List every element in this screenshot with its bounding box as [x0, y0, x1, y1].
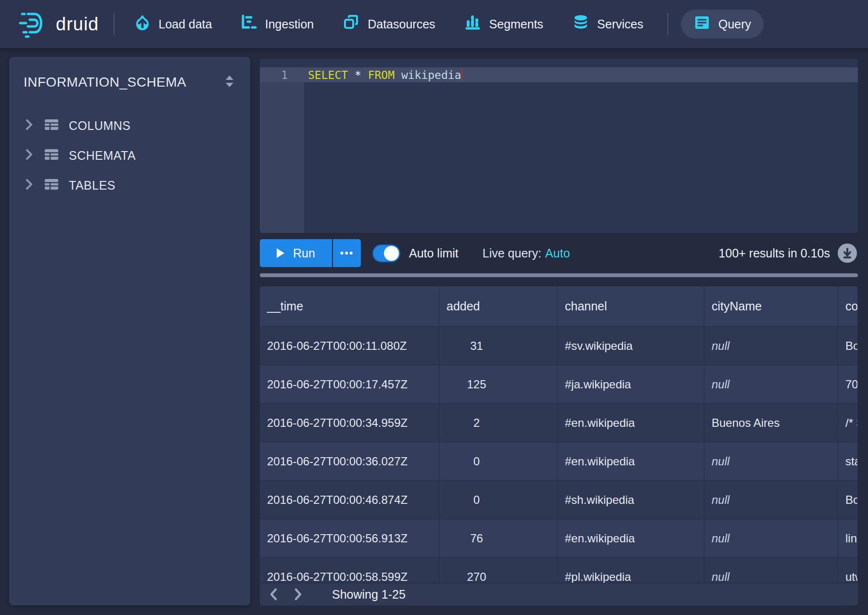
navbar-divider — [114, 13, 115, 35]
pagination-bar: Showing 1-25 — [260, 583, 858, 605]
toggle-knob — [384, 246, 399, 261]
schema-selector[interactable]: INFORMATION_SCHEMA — [9, 57, 250, 90]
cell-cityname[interactable]: null — [704, 519, 838, 558]
cell-time[interactable]: 2016-06-27T00:00:34.959Z — [260, 404, 439, 442]
schema-tree: COLUMNS SCHEMATA — [9, 111, 250, 200]
cell-channel[interactable]: #en.wikipedia — [558, 519, 704, 558]
cell-cityname[interactable]: Buenos Aires — [704, 404, 838, 442]
results-table-body: 2016-06-27T00:00:11.080Z 31 #sv.wikipedi… — [260, 327, 858, 596]
run-button[interactable]: Run — [260, 239, 332, 267]
tree-item-label: COLUMNS — [69, 119, 131, 133]
table-row: 2016-06-27T00:00:34.959Z 2 #en.wikipedia… — [260, 404, 858, 442]
cell-added[interactable]: 2 — [439, 404, 558, 442]
live-query-control[interactable]: Live query:Auto — [483, 246, 570, 260]
nav-item-query[interactable]: Query — [681, 10, 764, 38]
navbar-divider-right — [667, 13, 668, 35]
cell-comment[interactable]: sta — [838, 442, 858, 481]
schema-sidebar: INFORMATION_SCHEMA COLUMNS — [9, 57, 250, 605]
nav-item-services[interactable]: Services — [567, 10, 648, 38]
sql-token-select: SELECT — [308, 69, 348, 81]
table-row: 2016-06-27T00:00:11.080Z 31 #sv.wikipedi… — [260, 327, 858, 365]
sql-text: SELECT * FROM wikipedia — [304, 68, 463, 81]
cell-comment[interactable]: /* S — [838, 404, 858, 442]
sql-editor[interactable]: 1 SELECT * FROM wikipedia — [260, 59, 858, 233]
previous-page-button[interactable] — [264, 584, 284, 604]
segments-icon — [464, 14, 482, 34]
druid-logo[interactable]: druid — [18, 8, 99, 40]
table-row: 2016-06-27T00:00:46.874Z 0 #sh.wikipedia… — [260, 481, 858, 519]
editor-top-padding — [260, 59, 858, 67]
live-query-value[interactable]: Auto — [545, 246, 570, 260]
tree-item-columns[interactable]: COLUMNS — [9, 111, 250, 141]
query-icon — [693, 14, 711, 34]
cell-added[interactable]: 0 — [439, 481, 558, 519]
line-number: 1 — [260, 69, 304, 81]
table-row: 2016-06-27T00:00:56.913Z 76 #en.wikipedi… — [260, 519, 858, 558]
cell-time[interactable]: 2016-06-27T00:00:56.913Z — [260, 519, 439, 558]
play-icon — [277, 248, 284, 258]
cell-cityname[interactable]: null — [704, 365, 838, 404]
cell-added[interactable]: 0 — [439, 442, 558, 481]
cell-cityname[interactable]: null — [704, 442, 838, 481]
table-icon — [44, 118, 59, 133]
results-summary: 100+ results in 0.10s — [719, 246, 830, 260]
cell-comment[interactable]: Bot — [838, 481, 858, 519]
download-results-button[interactable] — [838, 243, 857, 263]
cell-added[interactable]: 31 — [439, 327, 558, 365]
table-row: 2016-06-27T00:00:36.027Z 0 #en.wikipedia… — [260, 442, 858, 481]
auto-limit-toggle[interactable] — [372, 244, 400, 262]
chevron-right-icon[interactable] — [24, 178, 34, 192]
column-header-comment[interactable]: comment — [838, 286, 858, 327]
column-header-added[interactable]: added — [439, 286, 558, 327]
cell-comment[interactable]: Bot — [838, 327, 858, 365]
cell-added[interactable]: 76 — [439, 519, 558, 558]
column-header-time[interactable]: __time — [260, 286, 439, 327]
table-icon — [44, 148, 59, 163]
cell-cityname[interactable]: null — [704, 481, 838, 519]
nav-item-label: Load data — [159, 17, 212, 31]
nav-item-datasources[interactable]: Datasources — [338, 10, 440, 38]
sql-token-table: wikipedia — [395, 69, 461, 81]
next-page-button[interactable] — [288, 584, 308, 604]
cell-comment[interactable]: link — [838, 519, 858, 558]
nav-item-label: Query — [718, 17, 751, 31]
druid-logo-text: druid — [56, 14, 99, 35]
nav-item-load-data[interactable]: Load data — [129, 10, 217, 38]
druid-console-window: druid Load data — [0, 0, 868, 615]
editor-line-1[interactable]: 1 SELECT * FROM wikipedia — [260, 67, 858, 82]
cell-channel[interactable]: #sh.wikipedia — [558, 481, 704, 519]
cell-time[interactable]: 2016-06-27T00:00:46.874Z — [260, 481, 439, 519]
cell-channel[interactable]: #en.wikipedia — [558, 404, 704, 442]
navbar-items: Load data Ingestion — [129, 10, 764, 38]
chevron-right-icon[interactable] — [24, 118, 34, 133]
cell-cityname[interactable]: null — [704, 327, 838, 365]
double-caret-icon[interactable] — [223, 74, 236, 90]
table-icon — [44, 178, 59, 193]
nav-item-label: Segments — [489, 17, 544, 31]
run-more-options-button[interactable]: ••• — [332, 239, 361, 267]
cell-time[interactable]: 2016-06-27T00:00:36.027Z — [260, 442, 439, 481]
tree-item-label: SCHEMATA — [69, 149, 136, 163]
cell-channel[interactable]: #sv.wikipedia — [558, 327, 704, 365]
cell-time[interactable]: 2016-06-27T00:00:11.080Z — [260, 327, 439, 365]
chevron-right-icon[interactable] — [24, 148, 34, 163]
auto-limit-label: Auto limit — [409, 246, 459, 260]
results-table-header: __timeaddedchannelcityNamecomment — [260, 286, 858, 327]
query-toolbar: Run ••• Auto limit Live query:Auto 100+ … — [260, 239, 858, 267]
text-cursor — [461, 68, 463, 81]
cell-time[interactable]: 2016-06-27T00:00:17.457Z — [260, 365, 439, 404]
tree-item-tables[interactable]: TABLES — [9, 170, 250, 200]
query-progress-bar — [260, 273, 858, 277]
column-header-cityname[interactable]: cityName — [704, 286, 838, 327]
run-button-group: Run ••• — [260, 239, 361, 267]
cell-added[interactable]: 125 — [439, 365, 558, 404]
column-header-channel[interactable]: channel — [558, 286, 704, 327]
cell-channel[interactable]: #ja.wikipedia — [558, 365, 704, 404]
table-row: 2016-06-27T00:00:17.457Z 125 #ja.wikiped… — [260, 365, 858, 404]
nav-item-segments[interactable]: Segments — [460, 10, 549, 38]
cell-comment[interactable]: 70. — [838, 365, 858, 404]
nav-item-ingestion[interactable]: Ingestion — [236, 10, 319, 38]
tree-item-schemata[interactable]: SCHEMATA — [9, 141, 250, 170]
sql-token-from: FROM — [368, 69, 395, 81]
cell-channel[interactable]: #en.wikipedia — [558, 442, 704, 481]
